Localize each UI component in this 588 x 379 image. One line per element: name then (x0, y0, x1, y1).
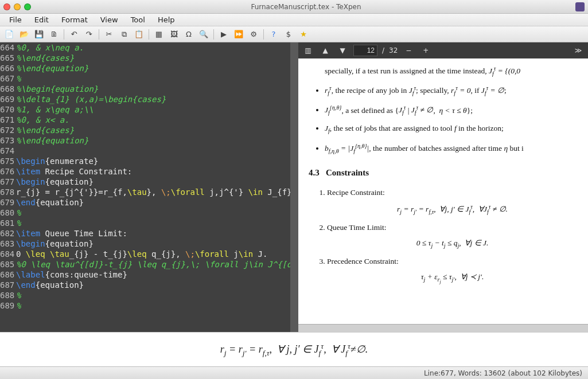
forward-button[interactable]: ⏩ (232, 28, 246, 41)
insert-symbol-button[interactable]: Ω (182, 28, 196, 41)
find-button[interactable]: 🔍 (197, 28, 211, 41)
close-window-button[interactable] (3, 3, 10, 10)
cut-button[interactable]: ✂ (102, 28, 116, 41)
equation-preview-bar: rj = rj′ = rf,τ, ∀ j, j′ ∈ Jfτ, ∀ Jfτ≠∅. (0, 332, 588, 366)
insert-image-button[interactable]: 🖼 (167, 28, 181, 41)
editor-scrollbar[interactable] (290, 42, 298, 332)
pdf-bullet-list: rfτ, the recipe of any job in Jfτ; speci… (325, 83, 578, 155)
source-editor[interactable]: 664%0, & x\neq a.665%\end{cases}666%\end… (0, 42, 298, 332)
open-file-button[interactable]: 📂 (17, 28, 31, 41)
status-text: Line:677, Words: 13602 (about 102 Kiloby… (424, 369, 582, 377)
redo-button[interactable]: ↷ (82, 28, 96, 41)
pdf-text: specially, if a test run is assigned at … (309, 63, 578, 78)
pdf-toolbar: ▥ ▲ ▼ / 32 − + ≫ (298, 42, 588, 58)
content-area: 664%0, & x\neq a.665%\end{cases}666%\end… (0, 42, 588, 332)
save-as-button[interactable]: 🗎 (47, 28, 61, 41)
pdf-zoom-in-button[interactable]: + (419, 44, 432, 57)
toolbar-separator (64, 29, 64, 40)
menu-tool[interactable]: Tool (125, 14, 151, 25)
pdf-preview-panel: ▥ ▲ ▼ / 32 − + ≫ specially, if a test ru… (298, 42, 588, 332)
paste-button[interactable]: 📋 (132, 28, 146, 41)
pdf-page-view[interactable]: specially, if a test run is assigned at … (298, 58, 588, 324)
toolbar: 📄 📂 💾 🗎 ↶ ↷ ✂ ⧉ 📋 ▦ 🖼 Ω 🔍 ▶ ⏩ ⚙ ? $ ★ (0, 26, 588, 42)
window-title: FurnaceManuscript.tex - TeXpen (37, 3, 575, 11)
menu-format[interactable]: Format (56, 14, 94, 25)
copy-button[interactable]: ⧉ (117, 28, 131, 41)
toolbar-separator (99, 29, 99, 40)
status-bar: Line:677, Words: 13602 (about 102 Kiloby… (0, 366, 588, 379)
minimize-window-button[interactable] (14, 3, 21, 10)
save-button[interactable]: 💾 (32, 28, 46, 41)
insert-table-button[interactable]: ▦ (152, 28, 166, 41)
pdf-constraints-list: Recipe Constraint: rj = rj′ = rf,τ, ∀j, … (327, 186, 578, 286)
menu-view[interactable]: View (95, 14, 124, 25)
pdf-zoom-out-button[interactable]: − (402, 44, 415, 57)
pdf-total-pages: 32 (389, 46, 398, 54)
pdf-horizontal-scrollbar[interactable] (298, 324, 588, 332)
app-icon (575, 2, 585, 11)
menu-file[interactable]: File (3, 14, 28, 25)
compile-button[interactable]: ⚙ (247, 28, 260, 41)
bookmark-button[interactable]: ★ (297, 28, 310, 41)
toolbar-separator (213, 29, 214, 40)
toolbar-separator (263, 29, 264, 40)
pdf-sidebar-toggle[interactable]: ▥ (302, 44, 314, 57)
equation-preview-text: rj = rj′ = rf,τ, ∀ j, j′ ∈ Jfτ, ∀ Jfτ≠∅. (220, 342, 368, 358)
pdf-next-page-button[interactable]: ▼ (336, 44, 349, 57)
menu-edit[interactable]: Edit (29, 14, 54, 25)
menubar: File Edit Format View Tool Help (0, 14, 588, 26)
pdf-page-input[interactable] (353, 45, 377, 56)
help-button[interactable]: ? (267, 28, 281, 41)
toolbar-separator (149, 29, 149, 40)
pdf-tools-menu[interactable]: ≫ (572, 44, 585, 57)
maximize-window-button[interactable] (24, 3, 31, 10)
window-controls (3, 3, 31, 10)
titlebar: FurnaceManuscript.tex - TeXpen (0, 0, 588, 14)
sync-button[interactable]: $ (282, 28, 295, 41)
new-file-button[interactable]: 📄 (2, 28, 16, 41)
menu-help[interactable]: Help (152, 14, 181, 25)
pdf-section-heading: 4.3 Constraints (309, 166, 578, 181)
pdf-page-sep: / (382, 46, 384, 54)
pdf-prev-page-button[interactable]: ▲ (319, 44, 332, 57)
run-button[interactable]: ▶ (217, 28, 231, 41)
undo-button[interactable]: ↶ (67, 28, 81, 41)
